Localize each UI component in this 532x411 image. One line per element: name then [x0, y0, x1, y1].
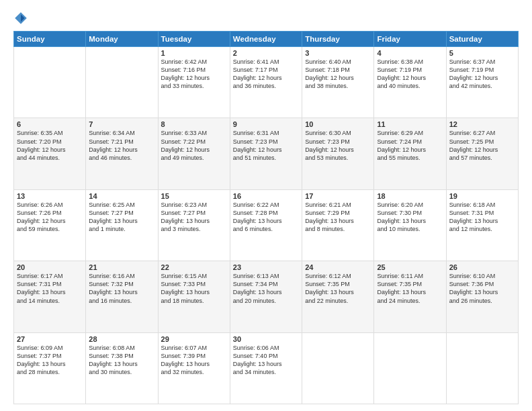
- day-info: Sunrise: 6:29 AM Sunset: 7:24 PM Dayligh…: [377, 129, 443, 162]
- calendar-cell: 11Sunrise: 6:29 AM Sunset: 7:24 PM Dayli…: [374, 118, 446, 189]
- calendar-table: SundayMondayTuesdayWednesdayThursdayFrid…: [13, 31, 519, 404]
- day-number: 29: [161, 335, 227, 343]
- calendar-cell: 10Sunrise: 6:30 AM Sunset: 7:23 PM Dayli…: [302, 118, 374, 189]
- day-info: Sunrise: 6:06 AM Sunset: 7:40 PM Dayligh…: [233, 344, 299, 377]
- calendar-cell: 30Sunrise: 6:06 AM Sunset: 7:40 PM Dayli…: [230, 332, 302, 404]
- day-number: 26: [449, 263, 515, 271]
- day-info: Sunrise: 6:13 AM Sunset: 7:34 PM Dayligh…: [233, 272, 299, 305]
- weekday-header-wednesday: Wednesday: [230, 32, 302, 47]
- calendar-cell: 27Sunrise: 6:09 AM Sunset: 7:37 PM Dayli…: [14, 332, 86, 404]
- calendar-cell: 22Sunrise: 6:15 AM Sunset: 7:33 PM Dayli…: [158, 261, 230, 332]
- calendar-cell: 29Sunrise: 6:07 AM Sunset: 7:39 PM Dayli…: [158, 332, 230, 404]
- day-info: Sunrise: 6:17 AM Sunset: 7:31 PM Dayligh…: [17, 272, 83, 305]
- weekday-header-saturday: Saturday: [446, 32, 518, 47]
- header: [13, 11, 519, 26]
- day-info: Sunrise: 6:21 AM Sunset: 7:29 PM Dayligh…: [305, 201, 371, 234]
- calendar-cell: 4Sunrise: 6:38 AM Sunset: 7:19 PM Daylig…: [374, 47, 446, 118]
- calendar-cell: 18Sunrise: 6:20 AM Sunset: 7:30 PM Dayli…: [374, 189, 446, 261]
- day-number: 2: [233, 49, 299, 57]
- calendar-week-4: 20Sunrise: 6:17 AM Sunset: 7:31 PM Dayli…: [14, 261, 519, 332]
- day-number: 12: [449, 120, 515, 128]
- day-number: 22: [161, 263, 227, 271]
- calendar-cell: 6Sunrise: 6:35 AM Sunset: 7:20 PM Daylig…: [14, 118, 86, 189]
- day-number: 16: [233, 192, 299, 200]
- day-number: 25: [377, 263, 443, 271]
- day-number: 30: [233, 335, 299, 343]
- calendar-week-5: 27Sunrise: 6:09 AM Sunset: 7:37 PM Dayli…: [14, 332, 519, 404]
- calendar-cell: [86, 47, 158, 118]
- day-number: 19: [449, 192, 515, 200]
- day-info: Sunrise: 6:30 AM Sunset: 7:23 PM Dayligh…: [305, 129, 371, 162]
- day-info: Sunrise: 6:18 AM Sunset: 7:31 PM Dayligh…: [449, 201, 515, 234]
- day-info: Sunrise: 6:11 AM Sunset: 7:35 PM Dayligh…: [377, 272, 443, 305]
- calendar-cell: 1Sunrise: 6:42 AM Sunset: 7:16 PM Daylig…: [158, 47, 230, 118]
- day-info: Sunrise: 6:33 AM Sunset: 7:22 PM Dayligh…: [161, 129, 227, 162]
- day-number: 13: [17, 192, 83, 200]
- calendar-cell: 28Sunrise: 6:08 AM Sunset: 7:38 PM Dayli…: [86, 332, 158, 404]
- day-number: 6: [17, 120, 83, 128]
- calendar-cell: 12Sunrise: 6:27 AM Sunset: 7:25 PM Dayli…: [446, 118, 518, 189]
- day-number: 18: [377, 192, 443, 200]
- day-info: Sunrise: 6:26 AM Sunset: 7:26 PM Dayligh…: [17, 201, 83, 234]
- calendar-cell: [14, 47, 86, 118]
- calendar-cell: 23Sunrise: 6:13 AM Sunset: 7:34 PM Dayli…: [230, 261, 302, 332]
- calendar-cell: 17Sunrise: 6:21 AM Sunset: 7:29 PM Dayli…: [302, 189, 374, 261]
- weekday-header-monday: Monday: [86, 32, 158, 47]
- day-info: Sunrise: 6:10 AM Sunset: 7:36 PM Dayligh…: [449, 272, 515, 305]
- day-number: 8: [161, 120, 227, 128]
- calendar-cell: [302, 332, 374, 404]
- day-number: 24: [305, 263, 371, 271]
- calendar-cell: 14Sunrise: 6:25 AM Sunset: 7:27 PM Dayli…: [86, 189, 158, 261]
- day-number: 9: [233, 120, 299, 128]
- day-number: 23: [233, 263, 299, 271]
- calendar-cell: 26Sunrise: 6:10 AM Sunset: 7:36 PM Dayli…: [446, 261, 518, 332]
- day-info: Sunrise: 6:08 AM Sunset: 7:38 PM Dayligh…: [89, 344, 154, 377]
- day-number: 10: [305, 120, 371, 128]
- day-info: Sunrise: 6:35 AM Sunset: 7:20 PM Dayligh…: [17, 129, 83, 162]
- day-number: 28: [89, 335, 154, 343]
- weekday-header-friday: Friday: [374, 32, 446, 47]
- calendar-cell: 3Sunrise: 6:40 AM Sunset: 7:18 PM Daylig…: [302, 47, 374, 118]
- day-info: Sunrise: 6:07 AM Sunset: 7:39 PM Dayligh…: [161, 344, 227, 377]
- day-number: 5: [449, 49, 515, 57]
- calendar-cell: 9Sunrise: 6:31 AM Sunset: 7:23 PM Daylig…: [230, 118, 302, 189]
- page: SundayMondayTuesdayWednesdayThursdayFrid…: [0, 0, 532, 411]
- day-number: 4: [377, 49, 443, 57]
- day-number: 14: [89, 192, 154, 200]
- day-info: Sunrise: 6:25 AM Sunset: 7:27 PM Dayligh…: [89, 201, 154, 234]
- calendar-body: 1Sunrise: 6:42 AM Sunset: 7:16 PM Daylig…: [14, 47, 519, 404]
- weekday-header-tuesday: Tuesday: [158, 32, 230, 47]
- logo: [13, 11, 30, 26]
- calendar-cell: 16Sunrise: 6:22 AM Sunset: 7:28 PM Dayli…: [230, 189, 302, 261]
- day-info: Sunrise: 6:31 AM Sunset: 7:23 PM Dayligh…: [233, 129, 299, 162]
- day-info: Sunrise: 6:27 AM Sunset: 7:25 PM Dayligh…: [449, 129, 515, 162]
- calendar-cell: 15Sunrise: 6:23 AM Sunset: 7:27 PM Dayli…: [158, 189, 230, 261]
- weekday-header-sunday: Sunday: [14, 32, 86, 47]
- logo-icon: [13, 11, 28, 26]
- calendar-cell: [374, 332, 446, 404]
- calendar-cell: 13Sunrise: 6:26 AM Sunset: 7:26 PM Dayli…: [14, 189, 86, 261]
- day-number: 7: [89, 120, 154, 128]
- calendar-cell: 21Sunrise: 6:16 AM Sunset: 7:32 PM Dayli…: [86, 261, 158, 332]
- calendar-cell: 7Sunrise: 6:34 AM Sunset: 7:21 PM Daylig…: [86, 118, 158, 189]
- day-number: 21: [89, 263, 154, 271]
- calendar-week-3: 13Sunrise: 6:26 AM Sunset: 7:26 PM Dayli…: [14, 189, 519, 261]
- calendar-cell: 25Sunrise: 6:11 AM Sunset: 7:35 PM Dayli…: [374, 261, 446, 332]
- day-info: Sunrise: 6:40 AM Sunset: 7:18 PM Dayligh…: [305, 58, 371, 91]
- day-info: Sunrise: 6:23 AM Sunset: 7:27 PM Dayligh…: [161, 201, 227, 234]
- day-info: Sunrise: 6:15 AM Sunset: 7:33 PM Dayligh…: [161, 272, 227, 305]
- calendar-cell: 8Sunrise: 6:33 AM Sunset: 7:22 PM Daylig…: [158, 118, 230, 189]
- weekday-header-thursday: Thursday: [302, 32, 374, 47]
- day-number: 17: [305, 192, 371, 200]
- day-info: Sunrise: 6:38 AM Sunset: 7:19 PM Dayligh…: [377, 58, 443, 91]
- day-number: 3: [305, 49, 371, 57]
- day-number: 11: [377, 120, 443, 128]
- calendar-cell: 2Sunrise: 6:41 AM Sunset: 7:17 PM Daylig…: [230, 47, 302, 118]
- day-number: 1: [161, 49, 227, 57]
- calendar-week-2: 6Sunrise: 6:35 AM Sunset: 7:20 PM Daylig…: [14, 118, 519, 189]
- calendar-cell: 20Sunrise: 6:17 AM Sunset: 7:31 PM Dayli…: [14, 261, 86, 332]
- day-info: Sunrise: 6:16 AM Sunset: 7:32 PM Dayligh…: [89, 272, 154, 305]
- calendar-week-1: 1Sunrise: 6:42 AM Sunset: 7:16 PM Daylig…: [14, 47, 519, 118]
- day-number: 15: [161, 192, 227, 200]
- day-info: Sunrise: 6:34 AM Sunset: 7:21 PM Dayligh…: [89, 129, 154, 162]
